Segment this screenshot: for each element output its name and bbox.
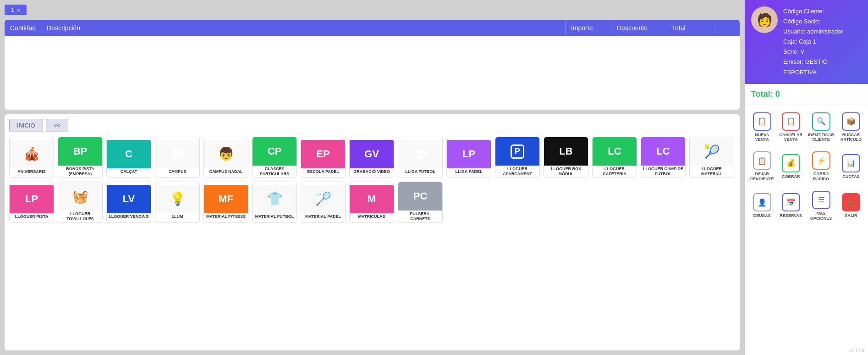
product-card-campus[interactable]: 🖼CAMPUS	[155, 137, 200, 178]
cobro-rapido-label: COBRO RÁPIDO	[808, 172, 834, 182]
product-label-lloguer-aparcament: LLOGUER APARCAMENT	[495, 166, 539, 178]
product-label-bonos-pista: BONOS PISTA (EMPRESA)	[58, 166, 102, 178]
nueva-venta-icon: 📋	[753, 112, 771, 131]
product-icon-bonos-pista: BP	[58, 137, 102, 166]
product-card-lliga-futbol[interactable]: 🏟LLIGA FUTBOL	[398, 137, 443, 178]
codigo-socio-label: Código Socio:	[783, 17, 862, 27]
col-descripcion: Descripción	[41, 20, 566, 36]
product-card-lloguer-tovalloles[interactable]: 🧺LLOGUER TOVALLOLES	[58, 182, 103, 223]
cobro-rapido-button[interactable]: ⚡COBRO RÁPIDO	[806, 148, 836, 185]
buscar-articulo-button[interactable]: 📦BUSCAR ARTÍCULO	[838, 109, 864, 146]
cuotas-button[interactable]: 📊CUOTAS	[838, 148, 864, 185]
cobrar-button[interactable]: 💰COBRAR	[778, 148, 805, 185]
tab-close[interactable]: ×	[17, 7, 20, 13]
product-card-campus-nadal[interactable]: 👦CAMPUS NADAL	[203, 137, 248, 178]
total-bar: Total: 0	[745, 84, 868, 105]
identificar-cliente-label: IDENTIFICAR CLIENTE	[808, 133, 834, 143]
usuario-label: Usuario: administrador	[783, 27, 862, 37]
col-total: Total	[666, 20, 712, 36]
product-icon-classes-particulars: CP	[253, 137, 297, 166]
product-icon-lloguer-pista: LP	[10, 185, 54, 213]
product-label-grabacio-video: GRABACIÓ VIDEO	[352, 168, 391, 175]
product-card-pulsera-carnets[interactable]: PCPULSERA, CARNETS	[398, 182, 443, 223]
tab-1[interactable]: 1 ×	[5, 5, 27, 15]
inicio-button[interactable]: INICIO	[9, 119, 43, 132]
total-label: Total:	[751, 89, 773, 99]
cancelar-venta-button[interactable]: 📋CANCELAR VENTA	[778, 109, 805, 146]
avatar-image: 🧑	[751, 6, 778, 33]
product-icon-lloguer-tovalloles: 🧺	[58, 182, 102, 211]
buscar-articulo-label: BUSCAR ARTÍCULO	[840, 133, 863, 143]
col-importe: Importe	[566, 20, 611, 36]
client-info: 🧑 Código Cliente: Código Socio: Usuario:…	[745, 0, 868, 84]
product-label-material-fitness: MATERIAL FITNESS	[205, 213, 247, 220]
product-icon-campus-nadal: 👦	[204, 140, 248, 168]
cobrar-label: COBRAR	[782, 174, 800, 179]
product-icon-lloguer-vending: LV	[107, 185, 151, 213]
product-icon-pulsera-carnets: PC	[398, 182, 442, 211]
product-card-lloguer-pista[interactable]: LPLLOGUER PISTA	[9, 182, 54, 223]
right-panel: 🧑 Código Cliente: Código Socio: Usuario:…	[744, 0, 868, 355]
product-card-aniversaris[interactable]: 🎪ANIVERSARIS	[9, 137, 54, 178]
product-icon-material-padel: 🏸	[301, 185, 345, 213]
mas-opciones-button[interactable]: ☰MÁS OPCIONES	[806, 187, 836, 225]
deudas-label: DEUDAS	[753, 213, 771, 218]
product-card-lloguer-vending[interactable]: LVLLOGUER VENDING	[106, 182, 151, 223]
product-icon-grabacio-video: GV	[350, 140, 394, 168]
identificar-cliente-button[interactable]: 🔍IDENTIFICAR CLIENTE	[806, 109, 836, 146]
product-card-calcat[interactable]: CCALÇAT	[106, 137, 151, 178]
product-label-lloguer-material: LLOGUER MATERIAL	[690, 166, 734, 178]
buscar-articulo-icon: 📦	[842, 112, 860, 131]
deudas-button[interactable]: 👤DEUDAS	[748, 187, 776, 225]
product-label-campus: CAMPUS	[167, 168, 187, 175]
caja-label: Caja: Caja 1	[783, 37, 862, 47]
total-value: 0	[775, 89, 780, 99]
product-card-lloguer-aparcament[interactable]: PLLOGUER APARCAMENT	[495, 137, 540, 178]
product-card-classes-particulars[interactable]: CPCLASSES PARTICULARS	[252, 137, 297, 178]
product-label-matriculas: MATRICULAS	[357, 213, 387, 220]
cuotas-label: CUOTAS	[842, 174, 859, 179]
product-label-lloguer-pista: LLOGUER PISTA	[14, 213, 49, 220]
product-label-aniversaris: ANIVERSARIS	[16, 168, 47, 175]
client-details: Código Cliente: Código Socio: Usuario: a…	[783, 6, 862, 78]
product-icon-lloguer-material: 🎾	[690, 137, 734, 166]
product-label-escola-padel: ESCOLA PADEL	[306, 168, 341, 175]
back-button[interactable]: <<	[46, 119, 68, 132]
col-extra	[712, 20, 740, 36]
product-label-campus-nadal: CAMPUS NADAL	[208, 168, 244, 175]
dejar-pendiente-icon: 📋	[753, 151, 771, 170]
nueva-venta-label: NUEVA VENTA	[750, 133, 774, 143]
product-card-llum[interactable]: 💡LLUM	[155, 182, 200, 223]
product-card-lloguer-cafeteria[interactable]: LCLLOGUER CAFETERIA	[592, 137, 637, 178]
product-card-material-fitness[interactable]: MFMATERIAL FITNESS	[203, 182, 248, 223]
product-icon-campus: 🖼	[155, 140, 199, 168]
nueva-venta-button[interactable]: 📋NUEVA VENTA	[748, 109, 776, 146]
salir-label: SALIR	[845, 213, 857, 218]
main-area: 1 × Cantidad Descripción Importe Descuen…	[0, 0, 744, 355]
product-card-lloguer-box-modul[interactable]: LBLLOGUER BOX MÒDUL	[544, 137, 588, 178]
cobrar-icon: 💰	[782, 154, 800, 172]
product-card-lliga-padel[interactable]: LPLLIGA PADEL	[446, 137, 491, 178]
product-card-matriculas[interactable]: MMATRICULAS	[349, 182, 394, 223]
salir-button[interactable]: 🚪SALIR	[838, 187, 864, 225]
dejar-pendiente-button[interactable]: 📋DEJAR PENDIENTE	[748, 148, 776, 185]
product-icon-matriculas: M	[350, 185, 394, 213]
product-card-lloguer-material[interactable]: 🎾LLOGUER MATERIAL	[689, 137, 734, 178]
product-label-lliga-futbol: LLIGA FUTBOL	[404, 168, 437, 175]
product-card-material-padel[interactable]: 🏸MATERIAL PADEL	[301, 182, 346, 223]
product-card-escola-padel[interactable]: EPESCOLA PADEL	[301, 137, 346, 178]
product-icon-aniversaris: 🎪	[10, 140, 54, 168]
product-label-calcat: CALÇAT	[119, 168, 138, 175]
product-card-grabacio-video[interactable]: GVGRABACIÓ VIDEO	[349, 137, 394, 178]
product-card-material-futbol[interactable]: 👕MATERIAL FUTBOL	[252, 182, 297, 223]
product-icon-lloguer-box-modul: LB	[544, 137, 588, 166]
version-label: v1.17.0	[745, 346, 868, 355]
emisor-label: Emisor: GESTIÓ ESPORTIVA	[783, 57, 862, 77]
product-label-lloguer-box-modul: LLOGUER BOX MÒDUL	[544, 166, 588, 178]
product-card-bonos-pista[interactable]: BPBONOS PISTA (EMPRESA)	[58, 137, 103, 178]
product-icon-lliga-padel: LP	[447, 140, 491, 168]
product-label-llum: LLUM	[170, 213, 185, 220]
product-card-lloguer-camp-futbol[interactable]: LCLLOGUER CAMP DE FUTBOL	[641, 137, 686, 178]
product-icon-lloguer-cafeteria: LC	[593, 137, 637, 166]
reservas-button[interactable]: 📅RESERVAS	[778, 187, 805, 225]
